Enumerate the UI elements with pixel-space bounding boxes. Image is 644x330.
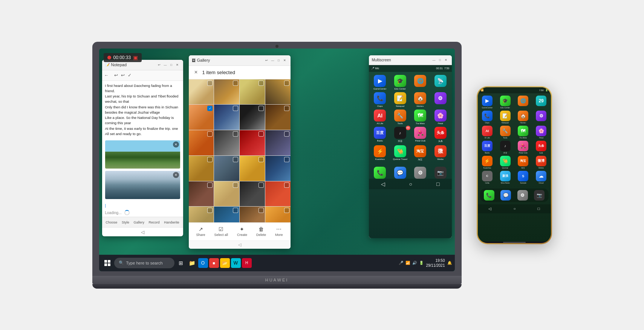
check-icon[interactable]: ✓ [128,73,132,78]
ms-app-3[interactable]: 🌐 [411,75,430,90]
footer-handwrite[interactable]: Handwrite [164,221,179,224]
taskbar-clock[interactable]: 19:50 29/11/2021 [426,258,445,268]
phone-app-3[interactable]: 🌐 [515,96,531,109]
phone-nav-home[interactable]: ○ [513,207,516,211]
phone-nav-back[interactable]: ◁ [488,207,491,211]
cell-21-check[interactable] [207,208,213,213]
taskbar-folder[interactable]: 📁 [187,258,197,268]
phone-app-kuaishou[interactable]: ⚡ Kuaishou [479,156,496,169]
cell-22-check[interactable] [233,208,238,213]
cell-9-check[interactable] [207,131,213,137]
footer-record[interactable]: Record [149,221,160,224]
gallery-close[interactable]: ✕ [282,58,288,63]
cell-3-check[interactable] [259,81,264,86]
gallery-cell-20[interactable] [265,181,291,207]
gallery-cell-4[interactable] [265,79,291,105]
ms-nav-home[interactable]: ○ [409,181,412,187]
start-button[interactable] [102,258,113,268]
taskbar-huawei-app[interactable]: H [242,258,252,268]
ms-dock-phone[interactable]: 📞 [371,167,389,179]
ms-max[interactable]: □ [437,57,443,62]
gallery-cell-8[interactable] [265,105,291,130]
ms-app-educenter[interactable]: 🎓 Edu Center [391,75,409,90]
ms-app-taobao[interactable]: 淘宝 淘宝 [411,145,430,161]
phone-app-baidu[interactable]: 百度 Baidu [479,141,496,154]
cell-24-check[interactable] [284,208,289,213]
footer-choose[interactable]: Choose [106,221,117,224]
gallery-cell-14[interactable] [214,156,239,181]
redo-icon[interactable]: ↩ [121,73,125,78]
image-2-close[interactable]: ✕ [173,172,179,178]
cell-20-check[interactable] [284,182,289,188]
cell-4-check[interactable] [284,81,289,86]
ms-app-ailife[interactable]: AI AI Life [371,109,389,125]
cell-23-check[interactable] [259,208,264,213]
phone-dock-camera[interactable]: 📷 [532,190,547,201]
phone-app-notepad[interactable]: 📝 Notepad [497,111,513,124]
multiscreen-window[interactable]: Multiscreen — □ ✕ 🎤 Mic 00:31 7: [369,55,452,238]
cell-8-check[interactable] [284,106,289,111]
ms-app-home[interactable]: 🏠 Home+ [411,92,430,107]
gallery-cell-17[interactable] [189,181,214,207]
gallery-restore[interactable]: ↩ [264,58,269,63]
phone-app-celia[interactable]: C Celia [479,171,496,184]
notepad-restore[interactable]: ↩ [157,62,162,67]
ms-app-baidu[interactable]: 百度 Baidu [371,127,389,143]
phone-nav-recents[interactable]: □ [537,207,540,211]
notepad-footer[interactable]: Choose Style Gallery Record Handwrite [102,217,183,227]
gallery-cell-7[interactable] [240,105,265,130]
undo-icon[interactable]: ↩ [114,73,118,78]
ms-app-kuaishou[interactable]: ⚡ Kuaishou [371,145,389,161]
gallery-nav-back[interactable]: ◁ [238,242,241,247]
ms-app-petalclub[interactable]: 🌺 Petal Club [411,127,430,143]
phone-app-toutiao[interactable]: 头条 头条 [533,141,549,154]
taskbar-task-view[interactable]: ⊞ [176,258,186,268]
ms-app-weibo[interactable]: 微 Weibo [431,145,450,161]
gallery-cell-13[interactable] [189,156,214,181]
gallery-max[interactable]: □ [276,58,281,63]
phone-app-weibo[interactable]: 微博 Weibo [533,156,549,169]
gallery-cell-5[interactable]: ✓ [189,105,214,130]
phone-app-sina[interactable]: 新浪 Sina News [497,171,513,184]
gallery-cell-16[interactable] [265,156,291,181]
ms-app-5[interactable]: ⚙ [431,92,450,107]
ms-dock-settings[interactable]: ⚙ [411,167,430,179]
cell-13-check[interactable] [207,157,213,162]
phone-app-petal[interactable]: 🌸 Petal [533,126,549,139]
phone-app-cloud[interactable]: ☁ Cloud [533,171,549,184]
phone-app-ailife[interactable]: AI AI Life [479,126,496,139]
notepad-back[interactable]: ← [104,73,109,78]
phone-app-educenter[interactable]: 🎓 Edu Center [497,96,513,109]
gallery-cell-1[interactable] [189,79,214,105]
gallery-cell-3[interactable] [240,79,265,105]
notepad-window[interactable]: 📝 Notepad ↩ — □ ✕ ← ↩ ↩ [102,60,183,237]
cell-18-check[interactable] [233,182,238,188]
gallery-cell-18[interactable] [214,181,239,207]
ms-app-toutiao[interactable]: 头条 头条 [431,127,450,143]
cell-17-check[interactable] [207,182,213,188]
phone-app-gamecenter[interactable]: ▶ GameCenter [479,96,496,109]
cell-6-check[interactable] [233,106,238,111]
gallery-cell-24[interactable] [265,207,291,222]
notepad-close[interactable]: ✕ [175,62,180,67]
image-1-close[interactable]: ✕ [173,141,179,148]
cell-10-check[interactable] [233,131,238,137]
phone-app-5[interactable]: ⚙ [533,111,549,124]
phone-dock-phone[interactable]: 📞 [482,190,497,201]
ms-app-oops[interactable]: 📞 Oops [371,92,389,107]
gallery-cell-2[interactable] [214,79,239,105]
ms-nav-back[interactable]: ◁ [381,181,385,187]
ms-min[interactable]: — [431,57,437,62]
phone-app-home[interactable]: 🏠 Home+ [515,111,531,124]
notepad-max[interactable]: □ [169,62,174,67]
gallery-cell-6[interactable] [214,105,239,130]
gallery-cell-22[interactable] [214,207,239,222]
phone-app-tools[interactable]: 🔧 Tools [497,126,513,139]
phone-app-petalclub[interactable]: 🌺 Petal Club [515,141,531,154]
gallery-cell-12[interactable] [265,130,291,155]
taskbar-notification-icon[interactable]: 🔔 [447,261,452,265]
cell-15-check[interactable] [259,157,264,162]
ms-app-qunnar[interactable]: 🐪 Qunnar Travel [391,145,409,161]
ms-app-4[interactable]: 📡 [431,75,450,90]
cell-11-check[interactable] [259,131,264,137]
